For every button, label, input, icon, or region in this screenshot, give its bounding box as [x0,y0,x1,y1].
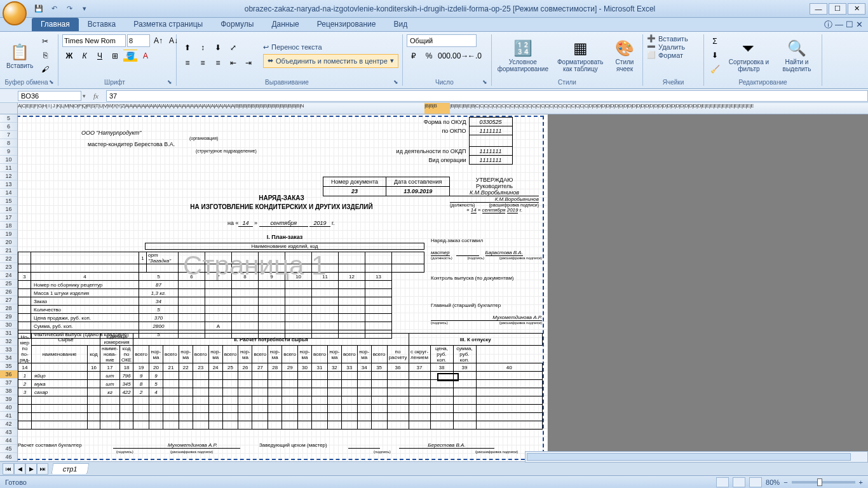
restore-workbook-icon[interactable]: ☐ [846,20,853,29]
clipboard-launcher-icon[interactable]: ⬊ [49,79,54,85]
copy-icon[interactable]: ⎘ [38,49,52,62]
font-color-icon[interactable]: A [139,50,153,62]
struct-note: (структурное подразделение) [196,149,257,153]
align-middle-icon[interactable]: ↕ [196,41,210,54]
table-icon: ▦ [573,38,588,58]
save-icon[interactable]: 💾 [33,3,44,15]
binoculars-icon: 🔍 [787,38,806,58]
underline-icon[interactable]: Ч [93,50,107,62]
close-button[interactable]: ✕ [848,3,865,15]
worksheet-grid[interactable]: Форма по ОКУД0330525 по ОКПО1111111 ид д… [18,114,868,461]
conditional-formatting-button[interactable]: 🔢Условное форматирование [496,37,550,74]
tab-prev-icon[interactable]: ◀ [14,463,25,475]
tab-first-icon[interactable]: ⏮ [3,463,14,475]
orientation-icon[interactable]: ⤢ [226,41,240,54]
align-top-icon[interactable]: ⬆ [180,41,194,54]
fx-icon[interactable]: fx [90,90,102,102]
tab-insert[interactable]: Вставка [79,18,125,31]
number-format-select[interactable] [407,34,477,47]
right-block: Наряд-заказ составил мастер Барастова В.… [431,238,542,325]
view-page-break-icon[interactable] [749,477,762,487]
font-launcher-icon[interactable]: ⬊ [167,79,172,85]
increase-indent-icon[interactable]: ⇥ [241,57,255,69]
tab-data[interactable]: Данные [262,18,308,31]
help-icon[interactable]: ⓘ [824,19,832,30]
wrap-icon: ↩ [263,43,269,51]
alignment-launcher-icon[interactable]: ⬊ [393,79,398,85]
maximize-button[interactable]: ☐ [829,3,846,15]
bold-icon[interactable]: Ж [62,50,76,62]
minimize-button[interactable]: — [810,3,827,15]
cond-format-icon: 🔢 [513,38,532,58]
row-headers[interactable]: 56789 1011121314 1516171819 2021222324 2… [0,114,18,461]
active-cell [437,373,459,381]
align-left-icon[interactable]: ≡ [180,57,194,69]
cut-icon[interactable]: ✂ [38,35,52,48]
fill-color-icon[interactable]: 🪣 [123,50,137,62]
view-normal-icon[interactable] [716,477,729,487]
select-all-corner[interactable] [0,103,18,114]
paste-button[interactable]: 📋 Вставить [4,41,36,71]
autosum-icon[interactable]: Σ [708,35,722,48]
font-size-select[interactable] [127,34,150,47]
horizontal-scrollbar[interactable] [525,451,868,463]
currency-icon[interactable]: ₽ [407,50,421,62]
minimize-ribbon-icon[interactable]: — [835,20,843,29]
view-page-layout-icon[interactable] [733,477,745,487]
italic-icon[interactable]: К [78,50,92,62]
comma-icon[interactable]: 000 [437,50,451,62]
doc-date-line: на «14 » сентября 2019 г. [227,220,335,226]
sheet-tab[interactable]: стр1 [51,463,90,474]
increase-font-icon[interactable]: A↑ [151,34,165,47]
column-headers[interactable]: A|C|E|E|F|G|H| I | J |K|L|M|N|O|P|Q|R|S|… [0,103,868,114]
font-name-select[interactable] [62,34,126,47]
delete-cells-button[interactable]: ➖Удалить [647,43,685,51]
fill-icon[interactable]: ⬇ [708,49,722,62]
tab-last-icon[interactable]: ⏭ [37,463,48,475]
format-painter-icon[interactable]: 🖌 [38,63,52,76]
clear-icon[interactable]: 🧹 [708,63,722,76]
find-select-button[interactable]: 🔍Найти и выделить [776,37,818,74]
name-box[interactable] [18,91,81,101]
wrap-text-button[interactable]: ↩Перенос текста [263,43,398,51]
align-center-icon[interactable]: ≡ [196,57,210,69]
undo-icon[interactable]: ↶ [48,3,60,15]
align-right-icon[interactable]: ≡ [211,57,225,69]
zoom-out-icon[interactable]: − [783,478,787,486]
percent-icon[interactable]: % [422,50,436,62]
format-cells-button[interactable]: ⬜Формат [647,51,683,59]
master-line: мастер-кондитер Берестова В.А. [88,141,175,147]
border-icon[interactable]: ⊞ [108,50,122,62]
zoom-in-icon[interactable]: + [859,478,863,486]
org-line: ООО "Натурпродукт" [81,130,141,136]
redo-icon[interactable]: ↷ [64,3,75,15]
merge-center-button[interactable]: ⬌Объединить и поместить в центре▾ [263,54,398,68]
close-workbook-icon[interactable]: ✕ [856,20,863,29]
cell-styles-icon: 🎨 [615,38,634,58]
cell-styles-button[interactable]: 🎨Стили ячеек [611,37,639,74]
decrease-decimal-icon[interactable]: ←.0 [468,50,482,62]
tab-formulas[interactable]: Формулы [212,18,262,31]
qat-customize-icon[interactable]: ▾ [79,3,90,15]
delete-icon: ➖ [647,43,656,51]
tab-view[interactable]: Вид [384,18,416,31]
insert-icon: ➕ [647,34,656,43]
insert-cells-button[interactable]: ➕Вставить [647,34,688,43]
window-title: obrazec-zakaz-naryad-na-izgotovlenie-kon… [90,4,810,13]
increase-decimal-icon[interactable]: .00→ [452,50,466,62]
formula-input[interactable] [106,90,868,102]
out-of-print-area [548,114,868,461]
align-bottom-icon[interactable]: ⬇ [211,41,225,54]
tab-home[interactable]: Главная [32,18,79,31]
sort-filter-button[interactable]: ⏷Сортировка и фильтр [724,37,773,74]
decrease-indent-icon[interactable]: ⇤ [226,57,240,69]
tab-review[interactable]: Рецензирование [308,18,385,31]
tab-layout[interactable]: Разметка страницы [125,18,212,31]
subhdr: Наименование изделий, код [145,243,424,250]
format-as-table-button[interactable]: ▦Форматировать как таблицу [553,37,608,74]
tab-next-icon[interactable]: ▶ [25,463,37,475]
zoom-slider[interactable] [792,481,855,484]
group-styles-label: Стили [496,78,639,86]
number-launcher-icon[interactable]: ⬊ [482,79,487,85]
office-button[interactable] [3,1,27,25]
